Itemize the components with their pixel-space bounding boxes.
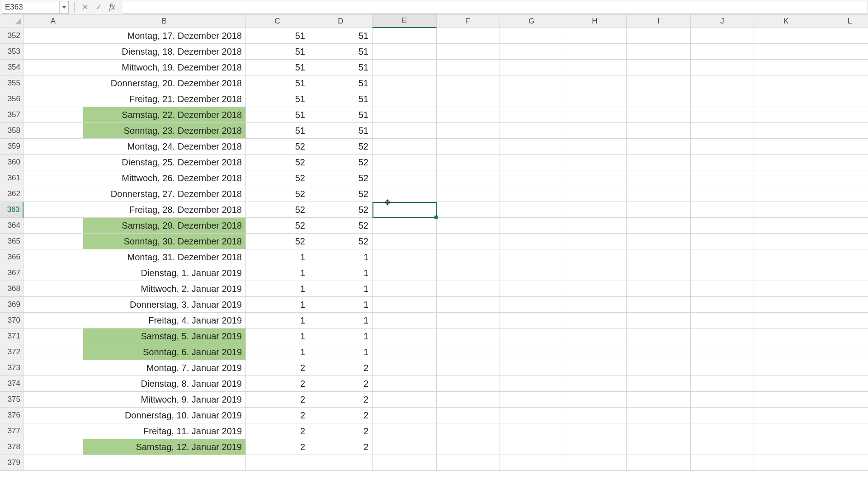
cell-F355[interactable]: [437, 75, 500, 91]
cell-F358[interactable]: [437, 123, 500, 139]
row-header-363[interactable]: 363: [0, 202, 24, 218]
cell-L377[interactable]: [818, 423, 868, 439]
cell-A356[interactable]: [24, 91, 83, 107]
cell-D378[interactable]: 2: [309, 439, 373, 455]
cell-E366[interactable]: [373, 249, 437, 265]
name-box-dropdown[interactable]: [59, 1, 68, 13]
cell-F368[interactable]: [437, 281, 500, 297]
cell-I367[interactable]: [627, 265, 691, 281]
cell-L365[interactable]: [818, 234, 868, 249]
cell-B355[interactable]: Donnerstag, 20. Dezember 2018: [83, 75, 246, 91]
column-header-E[interactable]: E: [373, 14, 437, 28]
cell-I354[interactable]: [627, 60, 691, 75]
cell-C377[interactable]: 2: [246, 423, 309, 439]
cell-A366[interactable]: [24, 249, 83, 265]
cell-A369[interactable]: [24, 297, 83, 313]
cell-I361[interactable]: [627, 170, 691, 186]
cell-H372[interactable]: [563, 344, 627, 360]
row-header-365[interactable]: 365: [0, 234, 24, 249]
cell-B353[interactable]: Dienstag, 18. Dezember 2018: [83, 44, 246, 60]
row-header-352[interactable]: 352: [0, 28, 24, 44]
row-header-366[interactable]: 366: [0, 249, 24, 265]
cell-C370[interactable]: 1: [246, 313, 309, 328]
cell-I356[interactable]: [627, 91, 691, 107]
cell-D353[interactable]: 51: [309, 44, 373, 60]
cell-E363[interactable]: [373, 202, 437, 218]
cell-J358[interactable]: [691, 123, 754, 139]
cell-B376[interactable]: Donnerstag, 10. Januar 2019: [83, 408, 246, 423]
cell-C361[interactable]: 52: [246, 170, 309, 186]
cell-D366[interactable]: 1: [309, 249, 373, 265]
cell-H354[interactable]: [563, 60, 627, 75]
cell-D377[interactable]: 2: [309, 423, 373, 439]
row-header-375[interactable]: 375: [0, 392, 24, 408]
cell-B357[interactable]: Samstag, 22. Dezember 2018: [83, 107, 246, 123]
column-header-L[interactable]: L: [818, 14, 868, 28]
cell-H379[interactable]: [563, 455, 627, 471]
cell-D379[interactable]: [309, 455, 373, 471]
cell-H356[interactable]: [563, 91, 627, 107]
cell-L373[interactable]: [818, 360, 868, 376]
cell-L371[interactable]: [818, 328, 868, 344]
cell-C365[interactable]: 52: [246, 234, 309, 249]
cell-D364[interactable]: 52: [309, 218, 373, 234]
cell-F370[interactable]: [437, 313, 500, 328]
cell-J360[interactable]: [691, 155, 754, 170]
cell-D358[interactable]: 51: [309, 123, 373, 139]
cell-K360[interactable]: [754, 155, 818, 170]
cell-L370[interactable]: [818, 313, 868, 328]
row-header-369[interactable]: 369: [0, 297, 24, 313]
cell-D355[interactable]: 51: [309, 75, 373, 91]
cell-H353[interactable]: [563, 44, 627, 60]
cell-A357[interactable]: [24, 107, 83, 123]
cell-B378[interactable]: Samstag, 12. Januar 2019: [83, 439, 246, 455]
cell-B362[interactable]: Donnerstag, 27. Dezember 2018: [83, 186, 246, 202]
cell-H367[interactable]: [563, 265, 627, 281]
cell-H374[interactable]: [563, 376, 627, 392]
cell-E377[interactable]: [373, 423, 437, 439]
row-header-370[interactable]: 370: [0, 313, 24, 328]
cell-I376[interactable]: [627, 408, 691, 423]
cell-E353[interactable]: [373, 44, 437, 60]
cell-K365[interactable]: [754, 234, 818, 249]
cell-I369[interactable]: [627, 297, 691, 313]
cell-H365[interactable]: [563, 234, 627, 249]
cell-K374[interactable]: [754, 376, 818, 392]
cell-K379[interactable]: [754, 455, 818, 471]
cell-E368[interactable]: [373, 281, 437, 297]
cell-J374[interactable]: [691, 376, 754, 392]
cell-A368[interactable]: [24, 281, 83, 297]
cell-K357[interactable]: [754, 107, 818, 123]
row-header-371[interactable]: 371: [0, 328, 24, 344]
cell-G368[interactable]: [500, 281, 563, 297]
cell-G355[interactable]: [500, 75, 563, 91]
cell-L355[interactable]: [818, 75, 868, 91]
cell-H358[interactable]: [563, 123, 627, 139]
cell-F364[interactable]: [437, 218, 500, 234]
cell-A377[interactable]: [24, 423, 83, 439]
row-header-373[interactable]: 373: [0, 360, 24, 376]
cell-B375[interactable]: Mittwoch, 9. Januar 2019: [83, 392, 246, 408]
cell-L364[interactable]: [818, 218, 868, 234]
cell-B368[interactable]: Mittwoch, 2. Januar 2019: [83, 281, 246, 297]
cell-F353[interactable]: [437, 44, 500, 60]
cell-A354[interactable]: [24, 60, 83, 75]
cell-F365[interactable]: [437, 234, 500, 249]
cell-A376[interactable]: [24, 408, 83, 423]
cell-I363[interactable]: [627, 202, 691, 218]
cell-K377[interactable]: [754, 423, 818, 439]
row-header-358[interactable]: 358: [0, 123, 24, 139]
cell-J369[interactable]: [691, 297, 754, 313]
cell-H370[interactable]: [563, 313, 627, 328]
cell-F357[interactable]: [437, 107, 500, 123]
cell-H364[interactable]: [563, 218, 627, 234]
cell-J379[interactable]: [691, 455, 754, 471]
cell-G357[interactable]: [500, 107, 563, 123]
spreadsheet-grid[interactable]: ABCDEFGHIJKL352Montag, 17. Dezember 2018…: [0, 14, 868, 471]
cell-F372[interactable]: [437, 344, 500, 360]
cell-I373[interactable]: [627, 360, 691, 376]
cell-J365[interactable]: [691, 234, 754, 249]
cell-G361[interactable]: [500, 170, 563, 186]
cell-E362[interactable]: [373, 186, 437, 202]
row-header-378[interactable]: 378: [0, 439, 24, 455]
